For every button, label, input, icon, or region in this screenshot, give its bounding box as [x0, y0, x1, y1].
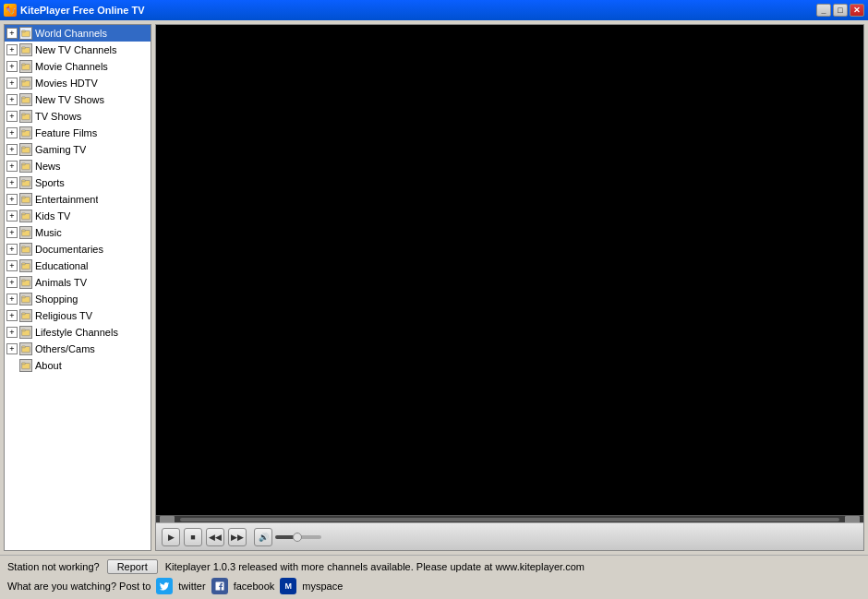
prev-button[interactable]: ◀◀: [206, 528, 224, 546]
video-screen: [156, 25, 863, 515]
svg-rect-23: [22, 213, 26, 215]
sidebar-item-label-feature-films: Feature Films: [35, 127, 97, 138]
maximize-button[interactable]: □: [833, 4, 848, 17]
expand-btn-shopping[interactable]: +: [6, 294, 18, 305]
expand-btn-feature-films[interactable]: +: [6, 127, 18, 138]
update-message: Kiteplayer 1.0.3 released with more chan…: [165, 561, 585, 572]
expand-btn-sports[interactable]: +: [6, 177, 18, 188]
expand-btn-movies-hdtv[interactable]: +: [6, 78, 18, 89]
sidebar-item-gaming-tv[interactable]: + Gaming TV: [5, 141, 151, 158]
minimize-button[interactable]: _: [816, 4, 831, 17]
sidebar-item-label-shopping: Shopping: [35, 294, 78, 305]
folder-icon-music: [19, 226, 32, 239]
folder-icon-about: [19, 359, 32, 372]
sidebar-item-religious-tv[interactable]: + Religious TV: [5, 307, 151, 324]
sidebar-item-label-movie-channels: Movie Channels: [35, 61, 108, 72]
report-button[interactable]: Report: [107, 559, 158, 574]
sidebar-item-label-lifestyle-channels: Lifestyle Channels: [35, 327, 118, 338]
expand-btn-lifestyle-channels[interactable]: +: [6, 327, 18, 338]
expand-btn-animals-tv[interactable]: +: [6, 277, 18, 288]
sidebar-item-others-cams[interactable]: + Others/Cams: [5, 341, 151, 357]
folder-icon-sports: [19, 176, 32, 189]
volume-icon[interactable]: 🔊: [254, 528, 272, 546]
myspace-icon[interactable]: M: [280, 578, 296, 594]
sidebar-item-sports[interactable]: + Sports: [5, 174, 151, 191]
expand-btn-new-tv-channels[interactable]: +: [6, 44, 18, 55]
svg-rect-39: [22, 346, 26, 348]
twitter-icon[interactable]: [156, 578, 173, 594]
sidebar-item-label-sports: Sports: [35, 177, 65, 188]
seekbar-track[interactable]: [180, 518, 839, 521]
sidebar-item-label-kids-tv: Kids TV: [35, 210, 70, 222]
expand-btn-new-tv-shows[interactable]: +: [6, 94, 18, 105]
expand-btn-documentaries[interactable]: +: [6, 244, 18, 255]
svg-rect-21: [22, 197, 26, 198]
expand-btn-gaming-tv[interactable]: +: [6, 144, 18, 155]
expand-btn-educational[interactable]: +: [6, 260, 18, 271]
sidebar-item-shopping[interactable]: + Shopping: [5, 291, 151, 307]
expand-btn-world-channels[interactable]: +: [6, 28, 18, 39]
sidebar-item-music[interactable]: + Music: [5, 224, 151, 241]
facebook-icon[interactable]: [211, 578, 228, 594]
svg-rect-17: [22, 163, 26, 165]
folder-icon-gaming-tv: [19, 143, 32, 156]
svg-rect-27: [22, 246, 26, 248]
video-seekbar[interactable]: [156, 515, 863, 522]
sidebar-item-kids-tv[interactable]: + Kids TV: [5, 208, 151, 224]
folder-icon-documentaries: [19, 243, 32, 256]
sidebar-item-animals-tv[interactable]: + Animals TV: [5, 274, 151, 291]
sidebar: + World Channels+ New TV Channels+ Movie…: [4, 24, 151, 551]
expand-btn-news[interactable]: +: [6, 161, 18, 172]
next-button[interactable]: ▶▶: [228, 528, 247, 546]
sidebar-item-label-world-channels: World Channels: [35, 28, 107, 39]
folder-icon-movie-channels: [19, 60, 32, 73]
svg-rect-1: [22, 30, 26, 32]
volume-control[interactable]: 🔊: [254, 528, 321, 546]
folder-icon-new-tv-shows: [19, 93, 32, 106]
expand-btn-others-cams[interactable]: +: [6, 343, 18, 354]
sidebar-item-entertainment[interactable]: + Entertainment: [5, 191, 151, 208]
sidebar-item-label-music: Music: [35, 227, 62, 238]
sidebar-item-new-tv-shows[interactable]: + New TV Shows: [5, 91, 151, 108]
play-button[interactable]: ▶: [162, 528, 180, 546]
sidebar-item-educational[interactable]: + Educational: [5, 258, 151, 274]
sidebar-item-world-channels[interactable]: + World Channels: [5, 25, 151, 42]
svg-rect-41: [22, 363, 26, 365]
folder-icon-entertainment: [19, 193, 32, 206]
folder-icon-religious-tv: [19, 309, 32, 322]
svg-rect-9: [22, 97, 26, 99]
expand-btn-kids-tv[interactable]: +: [6, 210, 18, 222]
expand-spacer-about: [6, 360, 18, 371]
expand-btn-movie-channels[interactable]: +: [6, 61, 18, 72]
sidebar-item-movies-hdtv[interactable]: + Movies HDTV: [5, 75, 151, 91]
video-controls: ▶ ■ ◀◀ ▶▶ 🔊: [156, 522, 863, 550]
sidebar-item-label-others-cams: Others/Cams: [35, 343, 95, 354]
volume-track[interactable]: [275, 535, 321, 539]
sidebar-item-lifestyle-channels[interactable]: + Lifestyle Channels: [5, 324, 151, 341]
sidebar-item-new-tv-channels[interactable]: + New TV Channels: [5, 42, 151, 58]
sidebar-item-about[interactable]: About: [5, 357, 151, 374]
sidebar-item-movie-channels[interactable]: + Movie Channels: [5, 58, 151, 75]
folder-icon-news: [19, 160, 32, 173]
expand-btn-tv-shows[interactable]: +: [6, 111, 18, 122]
expand-btn-music[interactable]: +: [6, 227, 18, 238]
sidebar-item-feature-films[interactable]: + Feature Films: [5, 125, 151, 141]
facebook-label: facebook: [234, 581, 275, 592]
close-button[interactable]: ✕: [850, 4, 864, 17]
expand-btn-entertainment[interactable]: +: [6, 194, 18, 205]
svg-rect-5: [22, 64, 26, 66]
folder-icon-feature-films: [19, 126, 32, 139]
sidebar-item-label-new-tv-channels: New TV Channels: [35, 44, 116, 55]
sidebar-item-tv-shows[interactable]: + TV Shows: [5, 108, 151, 125]
svg-rect-15: [22, 147, 26, 149]
sidebar-item-documentaries[interactable]: + Documentaries: [5, 241, 151, 258]
svg-rect-25: [22, 230, 26, 232]
sidebar-item-label-entertainment: Entertainment: [35, 194, 98, 205]
app-icon: 🪁: [4, 4, 17, 17]
sidebar-item-news[interactable]: + News: [5, 158, 151, 174]
folder-icon-world-channels: [19, 27, 32, 40]
expand-btn-religious-tv[interactable]: +: [6, 310, 18, 321]
stop-button[interactable]: ■: [184, 528, 202, 546]
volume-knob[interactable]: [293, 533, 302, 542]
content-area: + World Channels+ New TV Channels+ Movie…: [0, 20, 868, 555]
